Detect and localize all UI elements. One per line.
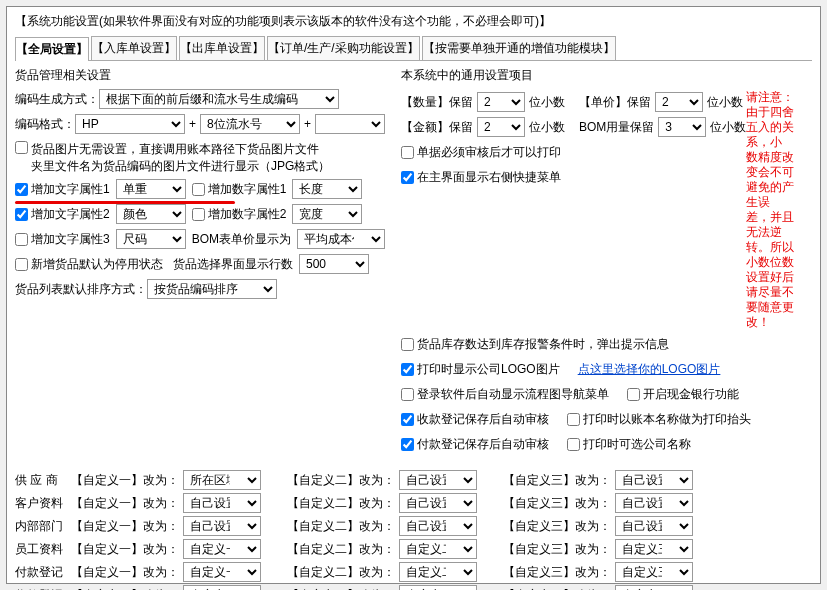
left-section-title: 货品管理相关设置 (15, 67, 395, 84)
encode-fmt-label: 编码格式： (15, 116, 75, 133)
text-attr2-select[interactable]: 颜色 (116, 204, 186, 224)
num-attr1-checkbox[interactable] (192, 183, 205, 196)
encode-gen-select[interactable]: 根据下面的前后缀和流水号生成编码 (99, 89, 339, 109)
custom3-select[interactable]: 自定义三 (615, 539, 693, 559)
amount-unit: 位小数 (529, 119, 565, 136)
custom1-select[interactable]: 自定义一 (183, 539, 261, 559)
custom2-select[interactable]: 自定义二 (399, 585, 477, 590)
text-attr3-checkbox[interactable] (15, 233, 28, 246)
custom1-select[interactable]: 自定义一 (183, 562, 261, 582)
custom-row: 员工资料【自定义一】改为：自定义一【自定义二】改为：自定义二【自定义三】改为：自… (15, 539, 812, 559)
new-disabled-label: 新增货品默认为停用状态 (31, 256, 163, 273)
tab-inbound[interactable]: 【入库单设置】 (91, 36, 177, 60)
custom2-select[interactable]: 自定义二 (399, 562, 477, 582)
custom3-select[interactable]: 自己设置 (615, 516, 693, 536)
default-sort-select[interactable]: 按货品编码排序 (147, 279, 277, 299)
custom1-label: 【自定义一】改为： (71, 541, 179, 558)
qty-unit: 位小数 (529, 94, 565, 111)
payment-audit-checkbox[interactable] (401, 438, 414, 451)
bom-qty-unit: 位小数 (710, 119, 746, 136)
custom3-select[interactable]: 自定义三 (615, 562, 693, 582)
num-attr2-checkbox[interactable] (192, 208, 205, 221)
tab-global[interactable]: 【全局设置】 (15, 37, 89, 61)
encode-suffix-select[interactable] (315, 114, 385, 134)
print-header-checkbox[interactable] (567, 413, 580, 426)
sidebar-checkbox[interactable] (401, 171, 414, 184)
amount-select[interactable]: 2 (477, 117, 525, 137)
custom1-label: 【自定义一】改为： (71, 564, 179, 581)
num-attr1-select[interactable]: 长度 (292, 179, 362, 199)
custom-row: 客户资料【自定义一】改为：自己设置【自定义二】改为：自己设置【自定义三】改为：自… (15, 493, 812, 513)
tab-bar: 【全局设置】 【入库单设置】 【出库单设置】 【订单/生产/采购功能设置】 【按… (15, 36, 812, 61)
text-attr3-label: 增加文字属性3 (31, 231, 110, 248)
custom2-select[interactable]: 自己设置 (399, 493, 477, 513)
bom-qty-select[interactable]: 3 (658, 117, 706, 137)
num-attr2-select[interactable]: 宽度 (292, 204, 362, 224)
custom3-label: 【自定义三】改为： (503, 541, 611, 558)
custom1-select[interactable]: 自定义一 (183, 585, 261, 590)
custom2-label: 【自定义二】改为： (287, 564, 395, 581)
decimal-warning: 请注意：由于四舍五入的关系，小 数精度改变会不可避免的产生误 差，并且无法逆转。… (746, 88, 795, 330)
pic-note-checkbox[interactable] (15, 141, 28, 154)
custom3-select[interactable]: 自定义三 (615, 585, 693, 590)
price-select[interactable]: 2 (655, 92, 703, 112)
qty-select[interactable]: 2 (477, 92, 525, 112)
receipt-audit-checkbox[interactable] (401, 413, 414, 426)
custom-row-name: 付款登记 (15, 564, 71, 581)
custom3-label: 【自定义三】改为： (503, 472, 611, 489)
logo-link[interactable]: 点这里选择你的LOGO图片 (578, 361, 721, 378)
custom1-label: 【自定义一】改为： (71, 495, 179, 512)
custom1-label: 【自定义一】改为： (71, 472, 179, 489)
print-company-label: 打印时可选公司名称 (583, 436, 691, 453)
custom2-label: 【自定义二】改为： (287, 587, 395, 591)
custom2-label: 【自定义二】改为： (287, 541, 395, 558)
encode-seq-select[interactable]: 8位流水号 (200, 114, 300, 134)
num-attr1-label: 增加数字属性1 (208, 181, 287, 198)
bom-price-select[interactable]: 平均成本价 (297, 229, 385, 249)
new-disabled-checkbox[interactable] (15, 258, 28, 271)
tab-addon[interactable]: 【按需要单独开通的增值功能模块】 (422, 36, 616, 60)
select-rows-label: 货品选择界面显示行数 (173, 256, 293, 273)
text-attr2-label: 增加文字属性2 (31, 206, 110, 223)
text-attr2-checkbox[interactable] (15, 208, 28, 221)
login-guide-label: 登录软件后自动显示流程图导航菜单 (417, 386, 609, 403)
custom2-select[interactable]: 自己设置 (399, 516, 477, 536)
text-attr1-select[interactable]: 单重 (116, 179, 186, 199)
custom-field-grid: 供 应 商【自定义一】改为：所在区域【自定义二】改为：自己设置【自定义三】改为：… (15, 470, 812, 590)
amount-label: 【金额】保留 (401, 119, 473, 136)
audit-checkbox[interactable] (401, 146, 414, 159)
stock-alert-checkbox[interactable] (401, 338, 414, 351)
print-header-label: 打印时以账本名称做为打印抬头 (583, 411, 751, 428)
custom3-label: 【自定义三】改为： (503, 495, 611, 512)
print-logo-checkbox[interactable] (401, 363, 414, 376)
login-guide-checkbox[interactable] (401, 388, 414, 401)
settings-window: 【系统功能设置(如果软件界面没有对应的功能项则表示该版本的软件没有这个功能，不必… (6, 6, 821, 584)
select-rows-select[interactable]: 500 (299, 254, 369, 274)
cash-bank-checkbox[interactable] (627, 388, 640, 401)
tab-order[interactable]: 【订单/生产/采购功能设置】 (267, 36, 420, 60)
text-attr1-checkbox[interactable] (15, 183, 28, 196)
custom1-select[interactable]: 自己设置 (183, 493, 261, 513)
custom3-select[interactable]: 自己设置 (615, 493, 693, 513)
custom1-label: 【自定义一】改为： (71, 518, 179, 535)
encode-prefix-select[interactable]: HP (75, 114, 185, 134)
custom3-label: 【自定义三】改为： (503, 518, 611, 535)
print-company-checkbox[interactable] (567, 438, 580, 451)
tab-outbound[interactable]: 【出库单设置】 (179, 36, 265, 60)
custom2-select[interactable]: 自定义二 (399, 539, 477, 559)
price-unit: 位小数 (707, 94, 743, 111)
custom-row-name: 员工资料 (15, 541, 71, 558)
custom-row: 收款登记【自定义一】改为：自定义一【自定义二】改为：自定义二【自定义三】改为：自… (15, 585, 812, 590)
cash-bank-label: 开启现金银行功能 (643, 386, 739, 403)
custom1-select[interactable]: 所在区域 (183, 470, 261, 490)
sidebar-label: 在主界面显示右侧快捷菜单 (417, 169, 561, 186)
custom-row-name: 内部部门 (15, 518, 71, 535)
text-attr3-select[interactable]: 尺码 (116, 229, 186, 249)
qty-label: 【数量】保留 (401, 94, 473, 111)
custom-row: 供 应 商【自定义一】改为：所在区域【自定义二】改为：自己设置【自定义三】改为：… (15, 470, 812, 490)
custom-row-name: 收款登记 (15, 587, 71, 591)
custom1-select[interactable]: 自己设置 (183, 516, 261, 536)
custom3-select[interactable]: 自己设置 (615, 470, 693, 490)
pic-note-line2: 夹里文件名为货品编码的图片文件进行显示（JPG格式） (31, 158, 330, 175)
custom2-select[interactable]: 自己设置 (399, 470, 477, 490)
